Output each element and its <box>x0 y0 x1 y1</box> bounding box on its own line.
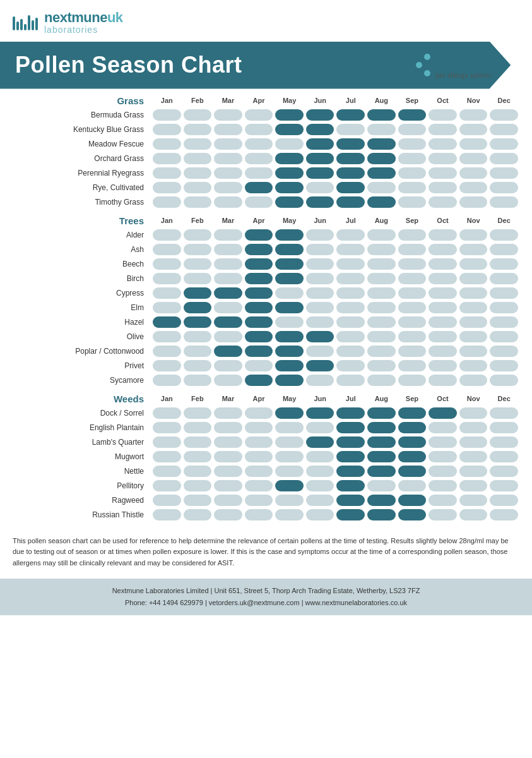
cell-ash-jun <box>306 244 334 255</box>
cell-kentucky-blue-grass-nov <box>459 124 488 135</box>
cell-sycamore-jan <box>153 375 181 386</box>
pollen-row: Dock / Sorrel <box>13 407 519 419</box>
cell-ragweed-sep <box>398 495 427 506</box>
month-label-jan: Jan <box>151 217 182 224</box>
cell-ash-mar <box>214 244 242 255</box>
cell-hazel-dec <box>490 316 518 328</box>
cell-alder-apr <box>245 229 273 241</box>
cell-kentucky-blue-grass-feb <box>184 124 212 135</box>
cell-beech-dec <box>490 258 518 270</box>
cell-russian-thistle-oct <box>429 509 457 520</box>
month-label-mar: Mar <box>213 217 244 224</box>
cell-ragweed-dec <box>490 495 518 506</box>
cell-timothy-grass-nov <box>459 196 488 208</box>
pollen-row: Olive <box>13 330 519 343</box>
cell-alder-dec <box>490 229 518 241</box>
cell-beech-sep <box>398 258 427 270</box>
cell-orchard-grass-jun <box>306 153 334 164</box>
cell-birch-may <box>275 273 304 284</box>
cell-cypress-sep <box>398 287 427 299</box>
pollen-name: Ash <box>13 245 151 254</box>
month-label-jul: Jul <box>335 97 366 104</box>
pax-icon <box>416 54 430 76</box>
cell-sycamore-may <box>275 375 304 386</box>
cell-russian-thistle-jan <box>153 509 181 520</box>
cell-nettle-feb <box>184 466 212 477</box>
main-content: GrassJanFebMarAprMayJunJulAugSepOctNovDe… <box>0 89 532 529</box>
cell-beech-feb <box>184 258 212 270</box>
pollen-row: Russian Thistle <box>13 508 519 521</box>
cell-russian-thistle-dec <box>490 509 518 520</box>
cell-poplar-/-cottonwood-jan <box>153 346 181 357</box>
cell-rye,-cultivated-may <box>275 182 304 193</box>
cell-beech-mar <box>214 258 242 270</box>
cell-timothy-grass-jan <box>153 196 181 208</box>
pollen-row: Elm <box>13 301 519 314</box>
cell-russian-thistle-jul <box>336 509 365 520</box>
cell-poplar-/-cottonwood-oct <box>429 346 457 357</box>
cell-russian-thistle-sep <box>398 509 427 520</box>
pollen-row: Privet <box>13 359 519 372</box>
footer-line2: Phone: +44 1494 629979 | vetorders.uk@ne… <box>13 597 519 609</box>
cell-perennial-ryegrass-feb <box>184 167 212 179</box>
pollen-row: Perennial Ryegrass <box>13 167 519 179</box>
cell-mugwort-sep <box>398 451 427 462</box>
cell-dock-/-sorrel-feb <box>184 407 212 419</box>
cell-bermuda-grass-jul <box>336 109 365 121</box>
cell-poplar-/-cottonwood-apr <box>245 346 273 357</box>
cell-hazel-mar <box>214 316 242 328</box>
cell-hazel-aug <box>367 316 396 328</box>
cell-dock-/-sorrel-may <box>275 407 304 419</box>
page-title: Pollen Season Chart <box>15 52 242 78</box>
cell-olive-feb <box>184 331 212 342</box>
cell-cypress-aug <box>367 287 396 299</box>
cell-beech-may <box>275 258 304 270</box>
cell-olive-jul <box>336 331 365 342</box>
cell-beech-jan <box>153 258 181 270</box>
cell-ash-dec <box>490 244 518 255</box>
cell-alder-oct <box>429 229 457 241</box>
cell-elm-apr <box>245 302 273 313</box>
cell-kentucky-blue-grass-aug <box>367 124 396 135</box>
cell-ragweed-aug <box>367 495 396 506</box>
month-label-jul: Jul <box>335 217 366 224</box>
cell-cypress-oct <box>429 287 457 299</box>
cell-ash-apr <box>245 244 273 255</box>
cell-sycamore-aug <box>367 375 396 386</box>
cell-sycamore-jul <box>336 375 365 386</box>
pollen-name: Mugwort <box>13 452 151 461</box>
cell-elm-oct <box>429 302 457 313</box>
cell-kentucky-blue-grass-jun <box>306 124 334 135</box>
cell-sycamore-dec <box>490 375 518 386</box>
cell-orchard-grass-jan <box>153 153 181 164</box>
pollen-name: Russian Thistle <box>13 510 151 519</box>
cell-alder-sep <box>398 229 427 241</box>
cell-hazel-jun <box>306 316 334 328</box>
cell-pellitory-nov <box>459 480 488 491</box>
cell-dock-/-sorrel-aug <box>367 407 396 419</box>
cell-kentucky-blue-grass-mar <box>214 124 242 135</box>
cell-olive-apr <box>245 331 273 342</box>
cell-sycamore-apr <box>245 375 273 386</box>
cell-beech-jul <box>336 258 365 270</box>
cell-beech-nov <box>459 258 488 270</box>
cell-bermuda-grass-sep <box>398 109 427 121</box>
cell-privet-feb <box>184 360 212 371</box>
cell-english-plantain-sep <box>398 422 427 433</box>
pollen-name: Birch <box>13 274 151 283</box>
cell-birch-aug <box>367 273 396 284</box>
cell-olive-mar <box>214 331 242 342</box>
cell-ash-may <box>275 244 304 255</box>
month-label-jun: Jun <box>305 97 336 104</box>
cell-meadow-fescue-sep <box>398 138 427 150</box>
cell-dock-/-sorrel-dec <box>490 407 518 419</box>
cell-meadow-fescue-dec <box>490 138 518 150</box>
cell-perennial-ryegrass-dec <box>490 167 518 179</box>
cell-sycamore-oct <box>429 375 457 386</box>
cell-poplar-/-cottonwood-jul <box>336 346 365 357</box>
cell-hazel-apr <box>245 316 273 328</box>
cell-lamb's-quarter-dec <box>490 436 518 448</box>
cell-kentucky-blue-grass-sep <box>398 124 427 135</box>
cell-hazel-may <box>275 316 304 328</box>
cell-olive-nov <box>459 331 488 342</box>
